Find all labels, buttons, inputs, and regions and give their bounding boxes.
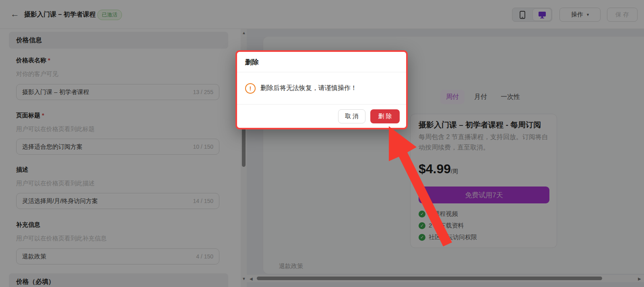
modal-message: 删除后将无法恢复，请谨慎操作！ bbox=[260, 84, 357, 92]
delete-confirm-modal: 删除 ! 删除后将无法恢复，请谨慎操作！ 取 消 删 除 bbox=[235, 50, 408, 129]
cancel-button[interactable]: 取 消 bbox=[338, 109, 365, 123]
modal-title: 删除 bbox=[237, 52, 406, 72]
confirm-delete-button[interactable]: 删 除 bbox=[370, 109, 400, 123]
modal-dim-overlay bbox=[0, 0, 644, 287]
modal-body: ! 删除后将无法恢复，请谨慎操作！ bbox=[237, 72, 406, 105]
warning-icon: ! bbox=[245, 83, 256, 94]
modal-footer: 取 消 删 除 bbox=[237, 105, 406, 128]
